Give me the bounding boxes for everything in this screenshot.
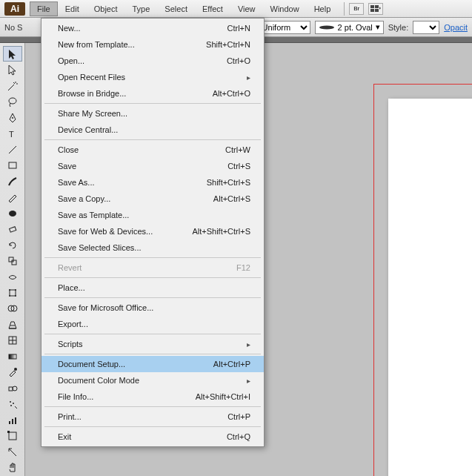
menu-item-save-for-microsoft-office[interactable]: Save for Microsoft Office... bbox=[41, 300, 264, 316]
blend-tool[interactable] bbox=[3, 380, 22, 396]
pen-tool[interactable] bbox=[3, 110, 22, 125]
artboard-tool[interactable] bbox=[3, 429, 22, 444]
symbol-sprayer-tool[interactable] bbox=[3, 397, 22, 412]
graph-tool[interactable] bbox=[3, 412, 22, 428]
menu-select[interactable]: Select bbox=[157, 1, 195, 16]
magic-wand-tool[interactable] bbox=[3, 78, 22, 93]
brush-tool[interactable] bbox=[3, 173, 22, 189]
type-tool[interactable]: T bbox=[3, 125, 22, 141]
menu-item-new[interactable]: New...Ctrl+N bbox=[41, 20, 264, 36]
menu-item-document-setup[interactable]: Document Setup...Alt+Ctrl+P bbox=[41, 356, 264, 372]
menu-item-save-selected-slices[interactable]: Save Selected Slices... bbox=[41, 239, 264, 256]
menu-edit[interactable]: Edit bbox=[58, 1, 87, 16]
lasso-tool[interactable] bbox=[3, 93, 22, 109]
menu-item-browse-in-bridge[interactable]: Browse in Bridge...Alt+Ctrl+O bbox=[41, 85, 264, 102]
symbol-sprayer-icon bbox=[7, 398, 19, 410]
scale-icon bbox=[7, 255, 19, 267]
svg-point-10 bbox=[9, 211, 16, 216]
menu-item-scripts[interactable]: Scripts▸ bbox=[41, 336, 264, 352]
menu-item-label: Save Selected Slices... bbox=[58, 243, 250, 252]
menu-item-save-a-copy[interactable]: Save a Copy...Alt+Ctrl+S bbox=[41, 191, 264, 207]
opacity-link[interactable]: Opacit bbox=[444, 23, 468, 32]
menu-item-open[interactable]: Open...Ctrl+O bbox=[41, 53, 264, 69]
menu-item-exit[interactable]: ExitCtrl+Q bbox=[41, 429, 264, 445]
menu-item-shortcut: Shift+Ctrl+S bbox=[207, 178, 250, 187]
rectangle-tool[interactable] bbox=[3, 157, 22, 173]
menu-item-label: Open... bbox=[58, 56, 227, 65]
menu-view[interactable]: View bbox=[230, 1, 263, 16]
menu-help[interactable]: Help bbox=[307, 1, 339, 16]
eyedropper-tool[interactable] bbox=[3, 365, 22, 380]
rotate-tool[interactable] bbox=[3, 237, 22, 253]
hand-icon bbox=[7, 462, 19, 474]
pen-icon bbox=[7, 112, 19, 124]
oval-brush-icon bbox=[319, 24, 335, 30]
menu-item-save-for-web-devices[interactable]: Save for Web & Devices...Alt+Shift+Ctrl+… bbox=[41, 223, 264, 239]
menu-effect[interactable]: Effect bbox=[195, 1, 230, 16]
menu-file[interactable]: File bbox=[30, 1, 58, 16]
menu-item-print[interactable]: Print...Ctrl+P bbox=[41, 409, 264, 425]
menu-item-place[interactable]: Place... bbox=[41, 280, 264, 296]
menu-item-save-as[interactable]: Save As...Shift+Ctrl+S bbox=[41, 174, 264, 191]
stroke-profile-select[interactable]: Uniform bbox=[259, 21, 310, 34]
menu-item-shortcut: Ctrl+N bbox=[227, 24, 250, 33]
type-icon: T bbox=[7, 128, 19, 139]
line-icon bbox=[7, 144, 19, 156]
line-tool[interactable] bbox=[3, 142, 22, 157]
direct-selection-tool[interactable] bbox=[3, 62, 22, 77]
artboard[interactable] bbox=[388, 99, 472, 476]
menu-item-label: Save as Template... bbox=[58, 211, 250, 219]
menu-item-export[interactable]: Export... bbox=[41, 316, 264, 332]
svg-rect-0 bbox=[370, 5, 374, 8]
menu-item-label: Save for Web & Devices... bbox=[58, 227, 192, 236]
svg-rect-34 bbox=[9, 432, 16, 440]
eraser-tool[interactable] bbox=[3, 221, 22, 237]
menubar-right: Br bbox=[344, 2, 383, 16]
menu-item-save-as-template[interactable]: Save as Template... bbox=[41, 207, 264, 223]
menu-item-shortcut: F12 bbox=[236, 263, 250, 272]
brush-select[interactable]: 2 pt. Oval ▾ bbox=[315, 21, 384, 34]
menu-item-label: Document Setup... bbox=[58, 360, 213, 368]
width-tool[interactable] bbox=[3, 269, 22, 285]
free-transform-tool[interactable] bbox=[3, 285, 22, 300]
menu-item-label: New... bbox=[58, 24, 227, 33]
slice-tool[interactable] bbox=[3, 444, 22, 460]
svg-point-28 bbox=[10, 401, 11, 403]
shape-builder-tool[interactable] bbox=[3, 301, 22, 317]
bridge-button[interactable]: Br bbox=[349, 3, 364, 15]
menu-type[interactable]: Type bbox=[125, 1, 158, 16]
menu-item-label: Export... bbox=[58, 320, 250, 328]
menu-item-share-my-screen[interactable]: Share My Screen... bbox=[41, 105, 264, 122]
mesh-tool[interactable] bbox=[3, 333, 22, 348]
svg-rect-26 bbox=[9, 387, 13, 391]
menu-item-label: Exit bbox=[58, 432, 227, 441]
svg-rect-35 bbox=[7, 431, 10, 433]
pencil-tool[interactable] bbox=[3, 189, 22, 205]
menu-item-save[interactable]: SaveCtrl+S bbox=[41, 158, 264, 174]
chevron-right-icon: ▸ bbox=[247, 340, 250, 348]
svg-point-29 bbox=[13, 403, 14, 404]
menu-item-new-from-template[interactable]: New from Template...Shift+Ctrl+N bbox=[41, 36, 264, 53]
menu-item-label: Save bbox=[58, 162, 227, 171]
scale-tool[interactable] bbox=[3, 253, 22, 268]
direct-selection-icon bbox=[7, 64, 19, 76]
menu-item-label: Device Central... bbox=[58, 125, 250, 134]
style-select[interactable] bbox=[413, 21, 439, 34]
gradient-icon bbox=[7, 351, 19, 363]
blob-tool[interactable] bbox=[3, 205, 22, 221]
workspace-switcher-button[interactable] bbox=[368, 3, 383, 15]
perspective-tool[interactable] bbox=[3, 317, 22, 332]
menu-item-shortcut: Ctrl+W bbox=[225, 145, 250, 154]
menu-item-close[interactable]: CloseCtrl+W bbox=[41, 142, 264, 158]
gradient-tool[interactable] bbox=[3, 348, 22, 364]
lasso-icon bbox=[7, 96, 19, 108]
menu-item-open-recent-files[interactable]: Open Recent Files▸ bbox=[41, 69, 264, 85]
menu-item-device-central[interactable]: Device Central... bbox=[41, 122, 264, 138]
menu-item-document-color-mode[interactable]: Document Color Mode▸ bbox=[41, 372, 264, 389]
menu-window[interactable]: Window bbox=[263, 1, 307, 16]
menu-item-shortcut: Ctrl+Q bbox=[227, 432, 250, 441]
menu-object[interactable]: Object bbox=[87, 1, 125, 16]
hand-tool[interactable] bbox=[3, 460, 22, 476]
selection-tool[interactable] bbox=[3, 46, 22, 62]
menu-item-file-info[interactable]: File Info...Alt+Shift+Ctrl+I bbox=[41, 389, 264, 405]
